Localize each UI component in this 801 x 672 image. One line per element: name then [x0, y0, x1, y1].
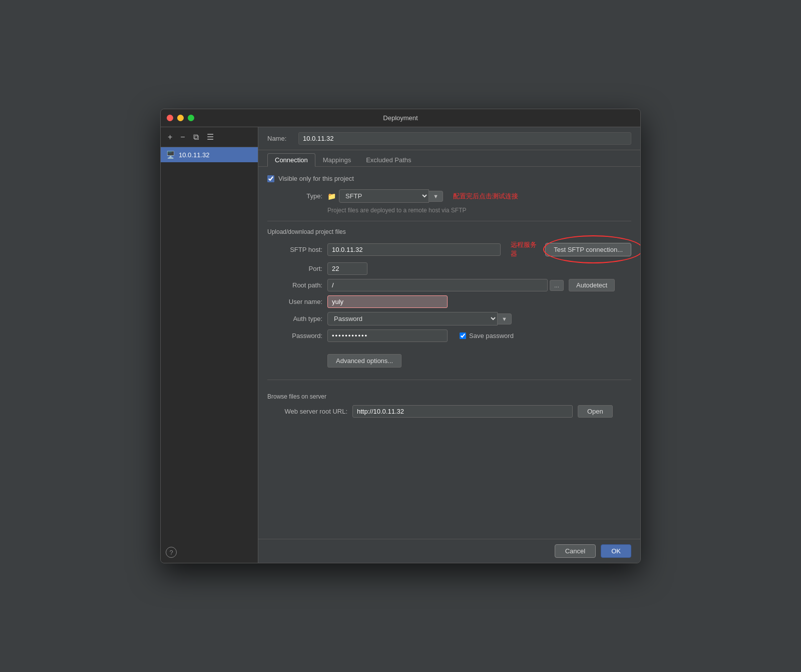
- window-title: Deployment: [383, 114, 418, 122]
- sidebar-toolbar: + − ⧉ ☰: [161, 127, 258, 147]
- main-panel: Name: Connection Mappings Excluded Paths…: [258, 127, 640, 563]
- auth-arrow-button[interactable]: ▼: [498, 313, 512, 324]
- tab-mappings[interactable]: Mappings: [315, 153, 358, 166]
- username-row: User name:: [267, 295, 631, 308]
- web-root-input[interactable]: [352, 405, 573, 418]
- open-button[interactable]: Open: [578, 405, 613, 418]
- root-path-wrap: ...: [327, 279, 564, 291]
- move-server-button[interactable]: ☰: [205, 131, 216, 143]
- sidebar: + − ⧉ ☰ 🖥️ 10.0.11.32 ?: [161, 127, 258, 563]
- browse-section-title: Browse files on server: [267, 393, 631, 400]
- sftp-host-annotation: 远程服务器: [511, 240, 540, 258]
- name-input[interactable]: [298, 132, 631, 145]
- test-sftp-button[interactable]: Test SFTP connection...: [545, 243, 631, 256]
- name-row: Name:: [258, 127, 640, 150]
- sidebar-item-label: 10.0.11.32: [179, 151, 209, 159]
- server-icon: 🖥️: [166, 150, 175, 159]
- root-path-browse-button[interactable]: ...: [550, 280, 564, 291]
- username-input[interactable]: [327, 295, 448, 308]
- tabs: Connection Mappings Excluded Paths: [258, 150, 640, 167]
- sidebar-item-server[interactable]: 🖥️ 10.0.11.32: [161, 147, 258, 162]
- save-password-checkbox[interactable]: [460, 332, 466, 339]
- web-root-label: Web server root URL:: [267, 408, 347, 415]
- tab-excluded-paths[interactable]: Excluded Paths: [358, 153, 419, 166]
- save-password-label: Save password: [469, 332, 514, 340]
- auth-type-select[interactable]: Password: [327, 312, 498, 325]
- cancel-button[interactable]: Cancel: [555, 544, 596, 558]
- password-label: Password:: [267, 332, 322, 340]
- copy-server-button[interactable]: ⧉: [191, 132, 201, 143]
- add-server-button[interactable]: +: [166, 132, 174, 143]
- save-password-row: Save password: [460, 332, 514, 340]
- web-root-row: Web server root URL: Open: [267, 405, 631, 418]
- auth-select-wrap: Password ▼: [327, 312, 512, 325]
- tab-connection[interactable]: Connection: [267, 153, 315, 167]
- visible-only-label: Visible only for this project: [278, 175, 354, 182]
- close-button[interactable]: [167, 115, 173, 121]
- ok-button[interactable]: OK: [601, 544, 631, 558]
- test-sftp-wrap: Test SFTP connection...: [545, 243, 631, 256]
- port-input[interactable]: [327, 262, 367, 275]
- help-button[interactable]: ?: [166, 547, 177, 558]
- auth-type-row: Auth type: Password ▼: [267, 312, 631, 325]
- advanced-options-wrap: Advanced options...: [267, 346, 631, 368]
- root-path-label: Root path:: [267, 281, 322, 289]
- port-row: Port:: [267, 262, 631, 275]
- minimize-button[interactable]: [177, 115, 184, 121]
- remove-server-button[interactable]: −: [178, 132, 187, 143]
- name-label: Name:: [267, 135, 292, 142]
- window-body: + − ⧉ ☰ 🖥️ 10.0.11.32 ? Name: Connectio: [161, 127, 640, 563]
- title-bar: Deployment: [161, 109, 640, 127]
- advanced-options-button[interactable]: Advanced options...: [327, 354, 402, 368]
- password-row: Password: Save password: [267, 329, 631, 342]
- type-label: Type:: [267, 192, 322, 200]
- maximize-button[interactable]: [188, 115, 194, 121]
- type-row: Type: 📁 SFTP ▼ 配置完后点击测试连接: [267, 189, 631, 203]
- visible-only-checkbox[interactable]: [267, 175, 274, 182]
- sftp-icon: 📁: [327, 192, 336, 200]
- annotation-hint: 配置完后点击测试连接: [453, 192, 518, 201]
- deployment-window: Deployment + − ⧉ ☰ 🖥️ 10.0.11.32 ? Name:: [160, 109, 641, 563]
- sftp-host-label: SFTP host:: [267, 246, 322, 253]
- root-path-input[interactable]: [327, 279, 548, 291]
- sftp-host-input[interactable]: [327, 243, 501, 256]
- sidebar-bottom: ?: [161, 542, 258, 563]
- type-arrow-button[interactable]: ▼: [429, 191, 443, 202]
- autodetect-button[interactable]: Autodetect: [569, 279, 615, 291]
- password-input[interactable]: [327, 329, 448, 342]
- sftp-host-row: SFTP host: 远程服务器 Test SFTP connection...: [267, 240, 631, 258]
- auth-type-label: Auth type:: [267, 315, 322, 322]
- content-area: Visible only for this project Type: 📁 SF…: [258, 167, 640, 539]
- traffic-lights: [167, 115, 194, 121]
- root-path-row: Root path: ... Autodetect: [267, 279, 631, 291]
- browse-section: Browse files on server Web server root U…: [267, 393, 631, 418]
- footer: Cancel OK: [258, 539, 640, 563]
- visible-only-row: Visible only for this project: [267, 175, 631, 182]
- upload-section-title: Upload/download project files: [267, 228, 631, 235]
- type-select[interactable]: SFTP: [339, 189, 429, 203]
- port-label: Port:: [267, 265, 322, 272]
- type-hint: Project files are deployed to a remote h…: [327, 207, 631, 214]
- username-label: User name:: [267, 298, 322, 305]
- type-select-wrap: 📁 SFTP ▼: [327, 189, 443, 203]
